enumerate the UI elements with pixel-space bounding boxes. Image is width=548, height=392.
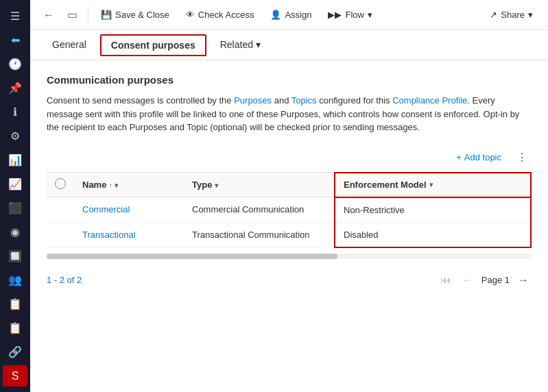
back-icon: ← (43, 9, 54, 21)
col-header-type: Type ▾ (184, 173, 335, 197)
sidebar-info-icon[interactable]: ℹ (3, 101, 27, 123)
sidebar-clock-icon[interactable]: 🕐 (3, 53, 27, 75)
info-text: Consent to send messages is controlled b… (47, 94, 532, 134)
share-dropdown-icon: ▾ (528, 10, 533, 20)
name-header-label: Name (82, 180, 106, 190)
sidebar-settings-icon[interactable]: ⚙ (3, 125, 27, 147)
horizontal-scrollbar[interactable] (47, 254, 532, 259)
sidebar-list-icon[interactable]: 📋 (3, 293, 27, 315)
compliance-link[interactable]: Compliance Profile (392, 95, 467, 106)
row-enforcement-1: Non-Restrictive (335, 197, 531, 223)
save-close-button[interactable]: 💾 Save & Close (94, 7, 176, 23)
tab-general[interactable]: General (41, 34, 97, 57)
sidebar-chart-icon[interactable]: 📊 (3, 149, 27, 171)
add-topic-label: Add topic (464, 152, 501, 162)
related-dropdown-icon: ▾ (256, 39, 261, 50)
purposes-link[interactable]: Purposes (234, 95, 272, 106)
add-icon: + (456, 152, 462, 162)
flow-label: Flow (345, 10, 364, 20)
tab-consent-purposes[interactable]: Consent purposes (100, 34, 206, 56)
restore-icon: ▭ (67, 8, 78, 21)
more-options-button[interactable]: ⋮ (512, 148, 532, 167)
section-title: Communication purposes (47, 74, 532, 86)
page-label: Page 1 (481, 275, 510, 285)
first-page-button[interactable]: ⏮ (438, 273, 454, 288)
flow-button[interactable]: ▶▶ Flow ▾ (321, 7, 379, 23)
assign-label: Assign (285, 10, 311, 20)
content-area: Communication purposes Consent to send m… (30, 60, 548, 392)
pagination-count-colored: 1 - 2 of 2 (47, 275, 82, 285)
toolbar-divider-1 (88, 7, 88, 23)
check-access-button[interactable]: 👁 Check Access (179, 7, 261, 23)
purposes-table: Name ↑ ▾ Type ▾ Enforcement Model ▾ (47, 172, 532, 248)
back-button[interactable]: ← (38, 5, 59, 25)
col-header-name: Name ↑ ▾ (74, 173, 184, 197)
sidebar: ☰ ⬅ 🕐 📌 ℹ ⚙ 📊 📈 ⬛ ◉ 🔲 👥 📋 📋 🔗 S (0, 0, 30, 392)
row-enforcement-2: Disabled (335, 222, 531, 247)
transactional-link[interactable]: Transactional (82, 230, 136, 240)
row-name-2: Transactional (74, 222, 184, 247)
prev-page-button[interactable]: ← (460, 273, 476, 288)
sidebar-graph-icon[interactable]: 📈 (3, 173, 27, 195)
save-close-label: Save & Close (115, 10, 169, 20)
row-type-1: Commercial Communication (184, 197, 335, 223)
sidebar-pin-icon[interactable]: 📌 (3, 77, 27, 99)
sidebar-square-icon[interactable]: ⬛ (3, 197, 27, 219)
row-type-2: Transactional Communication (184, 222, 335, 247)
row-select-2 (47, 222, 74, 247)
name-sort-icon[interactable]: ↑ ▾ (109, 182, 118, 189)
add-topic-button[interactable]: + Add topic (451, 149, 507, 165)
sidebar-circle-icon[interactable]: ◉ (3, 221, 27, 243)
flow-dropdown-icon: ▾ (368, 10, 372, 20)
sidebar-link-icon[interactable]: 📋 (3, 317, 27, 339)
next-page-button[interactable]: → (515, 273, 532, 288)
type-filter-icon[interactable]: ▾ (215, 182, 218, 189)
table-row: Transactional Transactional Communicatio… (47, 222, 531, 247)
sidebar-grid-icon[interactable]: 🔲 (3, 245, 27, 267)
restore-button[interactable]: ▭ (62, 5, 82, 25)
enforcement-header-label: Enforcement Model (344, 180, 427, 190)
check-access-label: Check Access (198, 10, 254, 20)
tabs-bar: General Consent purposes Related ▾ (30, 30, 548, 60)
table-row: Commercial Commercial Communication Non-… (47, 197, 531, 223)
toolbar: ← ▭ 💾 Save & Close 👁 Check Access 👤 Assi… (30, 0, 548, 30)
topics-link[interactable]: Topics (291, 95, 317, 106)
commercial-link[interactable]: Commercial (82, 204, 130, 215)
more-options-icon: ⋮ (516, 151, 527, 163)
add-topic-row: + Add topic ⋮ (47, 148, 532, 167)
col-header-enforcement: Enforcement Model ▾ (335, 173, 531, 197)
enforcement-filter-icon[interactable]: ▾ (429, 181, 433, 188)
sidebar-users-icon[interactable]: 👥 (3, 269, 27, 291)
sidebar-chain-icon[interactable]: 🔗 (3, 341, 27, 363)
pagination-controls: ⏮ ← Page 1 → (438, 273, 532, 288)
scrollbar-thumb (47, 254, 337, 259)
check-access-icon: 👁 (186, 10, 195, 20)
share-label: Share (501, 10, 525, 20)
col-header-select (47, 173, 74, 197)
sidebar-back-nav[interactable]: ⬅ (3, 29, 27, 51)
assign-button[interactable]: 👤 Assign (263, 7, 318, 23)
save-icon: 💾 (101, 10, 112, 20)
share-icon: ↗ (490, 10, 497, 20)
share-button[interactable]: ↗ Share ▾ (483, 7, 540, 23)
sidebar-menu-icon[interactable]: ☰ (3, 5, 27, 27)
tab-related[interactable]: Related ▾ (209, 34, 272, 57)
row-name-1: Commercial (74, 197, 184, 223)
pagination-count: 1 - 2 of 2 (47, 275, 82, 285)
pagination: 1 - 2 of 2 ⏮ ← Page 1 → (47, 265, 532, 291)
row-select-1 (47, 197, 74, 223)
enforcement-header-content: Enforcement Model ▾ (335, 174, 530, 196)
flow-icon: ▶▶ (328, 10, 342, 20)
type-header-label: Type (192, 180, 212, 190)
sidebar-user-avatar[interactable]: S (3, 365, 27, 387)
main-content: ← ▭ 💾 Save & Close 👁 Check Access 👤 Assi… (30, 0, 548, 392)
assign-icon: 👤 (270, 10, 281, 20)
select-all-checkbox[interactable] (55, 178, 66, 189)
